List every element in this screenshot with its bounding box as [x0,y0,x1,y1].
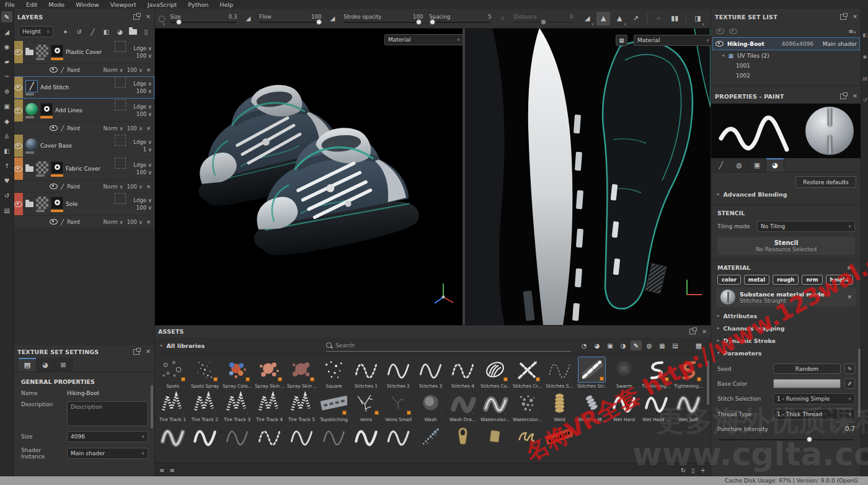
filter-brushes-icon[interactable]: ✎ [631,340,642,350]
stencil-select-button[interactable]: Stencil No Resource Selected [717,237,855,255]
shader-instance-dropdown[interactable]: Main shader∨ [67,448,148,459]
shader-settings-icon[interactable]: ▤ [862,76,867,81]
menu-viewport[interactable]: Viewport [110,1,136,8]
asset-stitches-1[interactable]: Stitches 1 [352,357,381,389]
projection-tool[interactable]: ◉ [1,41,12,52]
asset-veins-small[interactable]: Veins Small [384,390,413,422]
slider-knob[interactable] [430,19,435,25]
slider-distance[interactable]: Distance8 [513,11,573,27]
sub-blend-mode[interactable]: Norm ∨ [104,219,123,225]
section-channels-mapping[interactable]: ▸Channels mapping [711,322,861,334]
eraser-tool[interactable]: ◢ [1,26,12,37]
add-smart-material-icon[interactable]: ↺ [74,29,84,35]
asset-stitches-co[interactable]: Stitches Co... [480,357,510,389]
falloff-icon[interactable]: ◢∨ [580,12,594,25]
grid-view-icon[interactable]: ▦ [693,340,704,350]
tab-brush[interactable]: ╱ [712,158,730,172]
asset-thumbnail[interactable] [223,424,252,450]
viewport-2d[interactable]: ▦ Material∨ [465,28,711,325]
menu-python[interactable]: Python [188,1,208,8]
seed-random-button[interactable]: Random [773,363,841,374]
filter-environments-icon[interactable]: ▤ [670,340,681,350]
layer-row[interactable]: Add LinesLdge ∨100 ∨╱PaintNorm ∨100 ∨✕ [14,99,154,134]
layer-blend-mode[interactable]: Ldge ∨ [133,197,152,203]
asset-tire-track-3[interactable]: ∴Tire Track 3 [223,390,252,422]
asset-wet-hard[interactable]: ∴Wet Hard ... [642,390,671,422]
polygon-fill-tool[interactable]: ▰ [1,56,12,67]
channel-chip-rough[interactable]: rough [773,275,799,285]
filter-smart-masks-icon[interactable]: ▣ [604,340,616,350]
uv-tile-1002[interactable]: 1002 [711,71,861,81]
layer-opacity[interactable]: 100 ∨ [136,88,152,94]
asset-weld[interactable]: ∴Weld [545,390,574,422]
menu-javascript[interactable]: JavaScript [148,1,177,8]
layer-visibility-icon[interactable] [14,202,22,207]
substance-material-mode[interactable]: Substance material mode Stitches Straigh… [716,287,856,307]
dock-icon[interactable] [689,329,696,334]
filter-textures-icon[interactable]: ▦ [657,340,668,350]
slider-flow[interactable]: Flow100 [259,11,321,27]
mirror-view-icon[interactable]: ◨∨ [691,12,704,25]
asset-wash[interactable]: ∴Wash [416,390,445,422]
filter-materials-icon[interactable]: ◔ [578,340,590,350]
history-panel-icon[interactable]: ↺ [863,97,867,103]
layer-sub-row[interactable]: ╱PaintNorm ∨100 ∨✕ [14,63,154,76]
add-resource-icon[interactable]: + [701,467,706,474]
show-all-eye-icon[interactable] [716,29,724,34]
sub-opacity[interactable]: 100 ∨ [127,184,143,190]
asset-thumbnail[interactable] [384,424,413,450]
asset-stitches-cr[interactable]: Stitches Cr... [513,357,542,389]
channel-chip-nrm[interactable]: nrm [802,275,822,285]
layer-row[interactable]: ╱Add StitchLdge ∨100 ∨ [14,76,154,99]
channel-chip-metal[interactable]: metal [744,275,769,285]
base-color-swatch[interactable] [773,379,841,388]
sub-visibility-icon[interactable] [50,67,58,73]
layer-visibility-icon[interactable] [14,166,22,172]
asset-thumbnail[interactable] [513,424,542,450]
list-options-icon[interactable]: ≡∨ [848,28,856,35]
slider-knob[interactable] [316,19,322,25]
display-settings-icon[interactable]: ◉ [863,54,867,60]
lazy-mouse-icon[interactable]: ∞ [652,12,665,25]
menu-help[interactable]: Help [219,1,233,8]
asset-veins[interactable]: Veins [352,390,381,422]
size-dropdown[interactable]: 4096∨ [67,431,148,442]
brush-preview-icon[interactable]: ◌∨ [158,12,165,25]
asset-watercolor[interactable]: ∴Watercolor... [480,390,510,422]
sub-blend-mode[interactable]: Norm ∨ [104,184,123,190]
layer-sub-row[interactable]: ╱PaintNorm ∨100 ∨✕ [14,122,154,134]
add-smart-mask-icon[interactable]: ◕ [115,29,125,35]
seed-edit-icon[interactable]: ✎ [844,363,855,374]
asset-stitches-4[interactable]: Stitches 4 [448,357,477,389]
tiling-mode-dropdown[interactable]: No Tiling∨ [757,221,855,232]
asset-thumbnail[interactable] [416,424,445,450]
asset-swarm[interactable]: ∴Swarm [609,357,639,389]
layer-visibility-icon[interactable] [14,143,22,149]
asset-thumbnail[interactable] [158,424,187,450]
layer-visibility-icon[interactable] [14,108,22,113]
sub-visibility-icon[interactable] [50,184,58,189]
close-icon[interactable]: ✕ [852,93,857,99]
asset-wet-soft[interactable]: ∴Wet Soft [674,390,703,422]
asset-thumbnail[interactable] [480,424,510,450]
asset-watercolor[interactable]: ∴Watercolor... [513,390,542,422]
resources-icon[interactable]: ▤ [1,205,12,216]
mannequin-tool[interactable]: ♙ [1,130,12,141]
slider-size[interactable]: Size0.3 [170,11,237,27]
puncture-intensity-slider[interactable] [719,437,854,442]
advanced-blending-section[interactable]: ▸Advanced Blending [711,188,861,200]
sub-opacity[interactable]: 100 ∨ [127,67,143,73]
asset-spots-spray[interactable]: Spots Spray [190,357,219,389]
dock-icon[interactable] [133,14,140,20]
import-resources-icon[interactable]: ▯ [691,467,695,474]
clone-tool[interactable]: ⊕ [1,86,12,97]
uv-tile-1001[interactable]: 1001 [711,61,861,71]
sub-visibility-icon[interactable] [50,125,58,131]
asset-spray-colo[interactable]: Spray Colo... [223,357,252,389]
asset-thumbnail[interactable] [319,424,348,450]
thread-type-dropdown[interactable]: 1 - Thick Thread∨ [773,409,855,420]
slider-spacing[interactable]: Spacing5 [429,11,491,27]
asset-thumbnail[interactable] [352,424,381,450]
layer-blend-mode[interactable]: Ldge ∨ [133,45,152,51]
symmetry-icon[interactable]: ▲ [596,12,610,25]
